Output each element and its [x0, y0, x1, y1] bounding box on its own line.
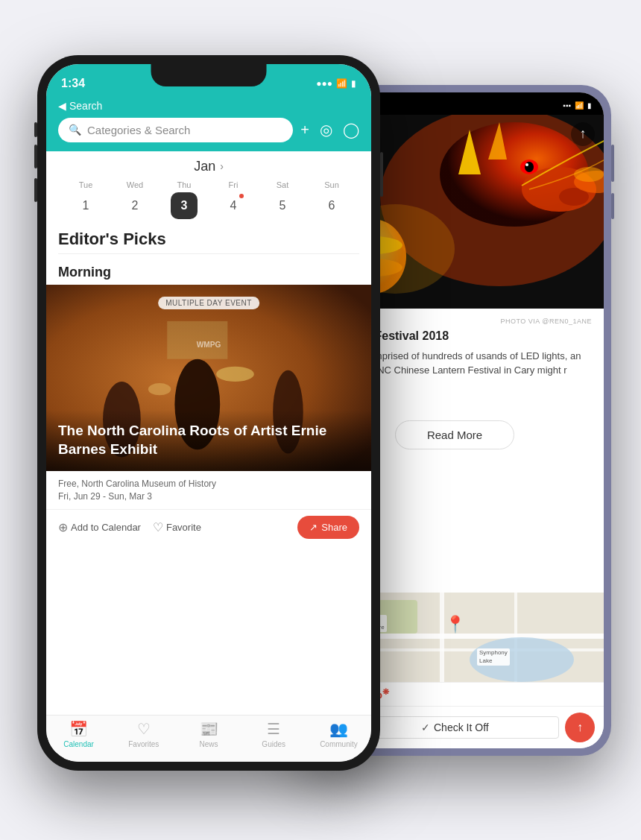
event-actions: ⊕ Add to Calendar ♡ Favorite ↗ Share: [46, 509, 371, 546]
back-label: Search: [69, 100, 102, 112]
android-signal-icon: ▪▪▪: [563, 101, 571, 110]
calendar-strip: Jan › Tue 1 Wed 2: [46, 151, 371, 219]
status-time: 1:34: [61, 77, 85, 90]
check-it-off-label: Check It Off: [434, 721, 489, 733]
tab-calendar[interactable]: 📅 Calendar: [46, 720, 111, 748]
day-label-tue: Tue: [61, 180, 110, 189]
day-label-sat: Sat: [258, 180, 307, 189]
day-num-1[interactable]: 1: [72, 192, 99, 219]
search-bar[interactable]: 🔍 Categories & Search: [58, 118, 293, 142]
tab-guides[interactable]: ☰ Guides: [241, 720, 306, 748]
community-tab-label: Community: [320, 740, 358, 748]
heart-icon: ♡: [153, 520, 163, 534]
editors-picks-title: Editor's Picks: [58, 230, 359, 254]
svg-point-6: [216, 366, 254, 381]
event-dot: [239, 194, 244, 198]
share-button[interactable]: ↗ Share: [297, 516, 359, 539]
iphone-screen: 1:34 ●●● 📶 ▮ ◀ Search 🔍 Categories & Sea…: [46, 64, 371, 762]
status-icons: ●●● 📶 ▮: [316, 78, 356, 89]
day-col-sat[interactable]: Sat 5: [258, 180, 307, 219]
morning-subtitle: Morning: [46, 259, 371, 285]
svg-point-17: [525, 163, 528, 166]
event-date: Fri, Jun 29 - Sun, Mar 3: [58, 491, 359, 502]
android-share-button-overlay[interactable]: ↑: [571, 122, 595, 146]
android-share-fab[interactable]: ↑: [565, 713, 595, 742]
add-icon[interactable]: +: [300, 121, 309, 139]
day-label-wed: Wed: [110, 180, 160, 189]
share-upload-icon: ↑: [571, 122, 595, 146]
calendar-days: Tue 1 Wed 2 Thu 3: [58, 180, 359, 219]
svg-rect-7: [167, 320, 227, 359]
iphone-tabbar: 📅 Calendar ♡ Favorites 📰 News ☰ Guides 👥: [46, 715, 371, 762]
news-tab-icon: 📰: [200, 720, 218, 738]
tab-community[interactable]: 👥 Community: [306, 720, 371, 748]
month-arrow: ›: [220, 160, 224, 172]
day-col-wed[interactable]: Wed 2: [110, 180, 160, 219]
check-icon: ✓: [421, 721, 430, 733]
guides-tab-label: Guides: [262, 740, 285, 748]
add-to-calendar-button[interactable]: ⊕ Add to Calendar: [58, 517, 141, 537]
read-more-button[interactable]: Read More: [395, 420, 514, 449]
day-num-2[interactable]: 2: [121, 192, 148, 219]
location-icon[interactable]: ◎: [320, 121, 332, 139]
day-label-sun: Sun: [307, 180, 356, 189]
day-col-tue[interactable]: Tue 1: [61, 180, 110, 219]
multi-day-badge: MULTIPLE DAY EVENT: [158, 297, 259, 309]
svg-point-25: [574, 167, 604, 182]
signal-icon: ●●●: [316, 78, 332, 89]
search-icon: 🔍: [69, 124, 81, 136]
tab-news[interactable]: 📰 News: [176, 720, 241, 748]
map-label-lake: SymphonyLake: [477, 648, 510, 666]
event-details: Free, North Carolina Museum of History F…: [46, 471, 371, 509]
android-wifi-icon: 📶: [575, 101, 584, 110]
svg-point-16: [525, 162, 534, 172]
add-circle-icon: ⊕: [58, 520, 68, 534]
editors-picks-section: Editor's Picks: [46, 219, 371, 259]
event-title: The North Carolina Roots of Artist Ernie…: [58, 422, 359, 458]
news-tab-label: News: [200, 740, 218, 748]
iphone-header: ◀ Search 🔍 Categories & Search + ◎ ◯: [46, 97, 371, 151]
favorite-button[interactable]: ♡ Favorite: [153, 517, 201, 537]
back-chevron-icon: ◀: [58, 100, 66, 112]
iphone-device: 1:34 ●●● 📶 ▮ ◀ Search 🔍 Categories & Sea…: [37, 55, 380, 771]
day-label-thu: Thu: [160, 180, 209, 189]
day-num-3[interactable]: 3: [171, 192, 198, 219]
svg-rect-29: [440, 593, 444, 682]
calendar-tab-icon: 📅: [69, 720, 88, 738]
guides-tab-icon: ☰: [267, 720, 280, 738]
battery-icon: ▮: [351, 78, 356, 89]
favorite-label: Favorite: [166, 522, 201, 533]
day-col-thu[interactable]: Thu 3: [160, 180, 209, 219]
calendar-tab-label: Calendar: [63, 740, 94, 748]
add-to-calendar-label: Add to Calendar: [71, 522, 141, 533]
favorites-tab-label: Favorites: [128, 740, 159, 748]
tab-favorites[interactable]: ♡ Favorites: [111, 720, 176, 748]
favorites-tab-icon: ♡: [137, 720, 151, 738]
event-card[interactable]: WMPG MULTIPLE DAY EVENT The North Caroli…: [46, 285, 371, 715]
community-tab-icon: 👥: [329, 720, 348, 738]
event-image: WMPG MULTIPLE DAY EVENT The North Caroli…: [46, 285, 371, 471]
profile-icon[interactable]: ◯: [343, 121, 359, 139]
event-title-overlay: The North Carolina Roots of Artist Ernie…: [46, 410, 371, 470]
header-icons: + ◎ ◯: [300, 121, 359, 139]
android-battery-icon: ▮: [587, 101, 592, 110]
day-num-6[interactable]: 6: [318, 192, 345, 219]
android-status-icons: ▪▪▪ 📶 ▮: [563, 101, 592, 110]
search-placeholder: Categories & Search: [87, 124, 190, 136]
day-num-5[interactable]: 5: [269, 192, 296, 219]
fab-share-icon: ↑: [577, 721, 583, 734]
back-button[interactable]: ◀ Search: [58, 100, 359, 112]
day-num-4[interactable]: 4: [220, 192, 247, 219]
share-arrow-icon: ↗: [309, 522, 318, 533]
event-meta: Free, North Carolina Museum of History: [58, 479, 359, 489]
day-col-fri[interactable]: Fri 4: [209, 180, 258, 219]
day-col-sun[interactable]: Sun 6: [307, 180, 356, 219]
map-pin: 📍: [445, 615, 465, 634]
share-label: Share: [321, 522, 347, 533]
day-label-fri: Fri: [209, 180, 258, 189]
svg-text:WMPG: WMPG: [197, 341, 221, 349]
phones-container: 1:34 ●●● 📶 ▮ ◀ Search 🔍 Categories & Sea…: [15, 18, 626, 823]
svg-point-5: [148, 383, 171, 395]
check-it-off-button[interactable]: ✓ Check It Off: [351, 716, 559, 739]
month-name: Jan: [194, 159, 215, 174]
